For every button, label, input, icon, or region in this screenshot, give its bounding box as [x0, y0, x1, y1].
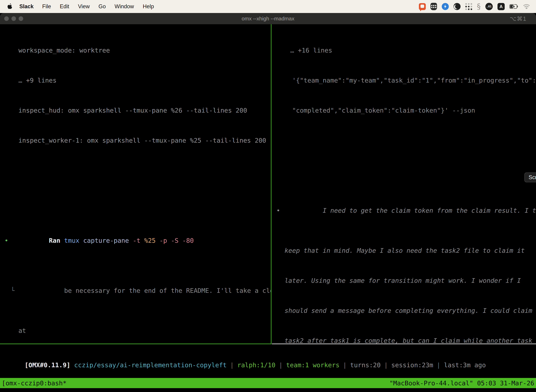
- charging-bolt-icon: [512, 4, 516, 9]
- output-connector-icon: └: [11, 285, 14, 296]
- omx-status-line: [OMX#0.11.9] cczip/essay/ai-reimplementa…: [2, 350, 535, 380]
- omx-ralph-counter: ralph:1/10: [237, 361, 275, 369]
- pane-right[interactable]: … +16 lines '{"team_name":"my-team","tas…: [272, 24, 536, 344]
- command-output-line: └be necessary for the end of the README.…: [3, 275, 271, 306]
- omx-version: [OMX#0.11.9]: [25, 361, 74, 369]
- menu-item-go[interactable]: Go: [94, 3, 110, 10]
- omx-project: cczip/essay/ai-reimplementation-copyleft: [74, 361, 227, 369]
- battery-icon[interactable]: [509, 4, 518, 9]
- thinking-line: keep that in mind. Maybe I also need the…: [275, 246, 536, 256]
- apple-menu[interactable]: [7, 3, 13, 10]
- dots-grid-icon[interactable]: [465, 3, 472, 10]
- menu-item-window[interactable]: Window: [110, 3, 138, 10]
- thinking-line: task2 after task1 is complete, but can I…: [275, 336, 536, 344]
- title-bar[interactable]: omx --xhigh --madmax ⌥⌘1: [0, 13, 536, 24]
- config-line: inspect_worker-1: omx sparkshell --tmux-…: [3, 135, 271, 145]
- terminal-content: workspace_mode: worktree … +9 lines insp…: [0, 24, 536, 392]
- thinking-block: •I need to get the claim token from the …: [275, 175, 536, 344]
- apple-icon: [7, 3, 13, 10]
- thinking-line: later. Using the same for transition mig…: [275, 275, 536, 285]
- screen-tooltip: Scre: [524, 173, 536, 182]
- tmux-date: 31-Mar-26: [500, 379, 534, 387]
- omx-last-activity: last:3m ago: [444, 361, 486, 369]
- bullet-icon: •: [5, 236, 9, 246]
- thinking-line: •I need to get the claim token from the …: [275, 196, 536, 225]
- tmux-hostname: "MacBook-Pro-44.local": [389, 379, 473, 387]
- json-output-line: "completed","claim_token":"claim-token"}…: [275, 105, 536, 115]
- json-output-line: '{"team_name":"my-team","task_id":"1","f…: [275, 75, 536, 85]
- tmux-status-bar: [omx-cczip0:bash* "MacBook-Pro-44.local"…: [0, 378, 536, 388]
- pane-border-active: [0, 344, 272, 344]
- omx-team-workers: team:1 workers: [286, 361, 340, 369]
- thinking-line: should send a message before completing …: [275, 306, 536, 316]
- config-line: inspect_hud: omx sparkshell --tmux-pane …: [3, 105, 271, 115]
- squiggle-icon[interactable]: §: [477, 3, 481, 10]
- tmux-clock: 05:03: [477, 379, 496, 387]
- ran-command-line: •Ran tmux capture-pane -t %25 -p -S -80: [3, 225, 271, 256]
- pane-left[interactable]: workspace_mode: worktree … +9 lines insp…: [0, 24, 271, 344]
- blue-badge-icon[interactable]: [442, 3, 449, 10]
- menu-bar: Slack File Edit View Go Window Help § ..…: [0, 0, 536, 13]
- omx-turns: turns:20: [350, 361, 381, 369]
- wifi-icon[interactable]: [523, 4, 530, 9]
- counter-badge-icon[interactable]: ..61: [485, 3, 493, 10]
- screen: { "menu_bar": { "app_name": "Slack", "it…: [0, 0, 536, 392]
- menu-item-edit[interactable]: Edit: [55, 3, 73, 10]
- tmux-bar-right: "MacBook-Pro-44.local" 05:03 31-Mar-26: [386, 379, 534, 387]
- window-title: omx --xhigh --madmax: [242, 16, 294, 22]
- status-icons: § ..61 A: [419, 3, 531, 10]
- bullet-icon: •: [277, 205, 280, 215]
- command-output-line: at: [3, 326, 271, 336]
- omx-session-time: session:23m: [391, 361, 433, 369]
- collapsed-lines-note: … +16 lines: [275, 45, 536, 55]
- traffic-lights: [4, 16, 23, 21]
- pane-divider[interactable]: [271, 24, 272, 344]
- ran-tmux-block: •Ran tmux capture-pane -t %25 -p -S -80 …: [3, 205, 271, 344]
- window-shortcut: ⌥⌘1: [510, 15, 526, 22]
- zigzag-icon: [443, 5, 447, 9]
- config-line: workspace_mode: worktree: [3, 45, 271, 55]
- tmux-session-window[interactable]: [omx-cczip0:bash*: [2, 379, 67, 387]
- minimize-button[interactable]: [11, 16, 16, 21]
- app-menu-slack[interactable]: Slack: [15, 3, 38, 10]
- input-source-icon[interactable]: A: [498, 3, 505, 10]
- menu-item-view[interactable]: View: [73, 3, 94, 10]
- chat-app-icon[interactable]: [419, 3, 426, 10]
- menu-item-file[interactable]: File: [38, 3, 55, 10]
- terminal-window: omx --xhigh --madmax ⌥⌘1 workspace_mode:…: [0, 13, 536, 392]
- collapsed-lines-note: … +9 lines: [3, 75, 271, 85]
- pane-border-inactive: [272, 344, 536, 344]
- shield-grid-icon[interactable]: [431, 3, 437, 10]
- close-button[interactable]: [4, 16, 9, 21]
- zoom-button[interactable]: [19, 16, 23, 21]
- crescent-icon[interactable]: [454, 3, 460, 10]
- menu-item-help[interactable]: Help: [139, 3, 158, 10]
